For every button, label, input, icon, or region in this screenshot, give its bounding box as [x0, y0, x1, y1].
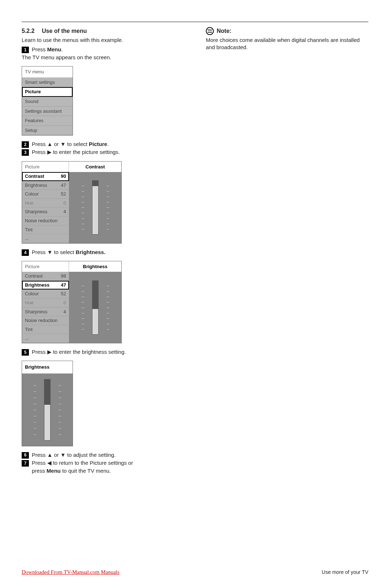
settings-row: Sharpness4: [22, 308, 69, 317]
note-icon: [206, 27, 214, 35]
section-number: 5.2.2: [22, 28, 35, 34]
settings-row: Colour52: [22, 190, 69, 199]
settings-row: ...: [22, 234, 69, 243]
settings-row: Hue0: [22, 299, 69, 308]
tv-menu-item: Smart settings: [22, 78, 73, 87]
settings-row-selected: Brightness47: [22, 281, 69, 290]
settings-right-title: Brightness: [69, 261, 121, 272]
settings-list: Contrast90 Brightness47 Colour52 Hue0 Sh…: [22, 172, 69, 243]
gauge: [36, 379, 58, 441]
tv-menu-item: Features: [22, 116, 73, 126]
step-6: 6 Press ▲ or ▼ to adjust the setting.: [22, 451, 191, 459]
footer-tagline: Use more of your TV: [322, 569, 368, 576]
settings-left-title: Picture: [22, 162, 69, 172]
gauge-panel: [69, 172, 121, 243]
step-badge: 1: [22, 47, 29, 53]
step-badge: 2: [22, 141, 29, 148]
settings-row-selected: Contrast90: [22, 172, 69, 181]
gauge: [84, 280, 106, 335]
step-badge: 7: [22, 460, 29, 467]
step-2: 2 Press ▲ or ▼ to select Picture.: [22, 141, 191, 148]
settings-row: Colour52: [22, 289, 69, 299]
note-body: More choices come available when digital…: [206, 37, 368, 51]
step-7: 7 Press ◀ to return to the Picture setti…: [22, 459, 191, 467]
step-badge: 3: [22, 149, 29, 156]
section-title-text: Use of the menu: [42, 28, 87, 34]
settings-row: Noise reduction: [22, 316, 69, 325]
step-text: Press Menu.: [32, 46, 191, 53]
settings-row: Sharpness4: [22, 207, 69, 216]
step-text: Press ▲ or ▼ to select Picture.: [32, 141, 191, 148]
settings-list: Contrast98 Brightness47 Colour52 Hue0 Sh…: [22, 272, 69, 343]
settings-row: ...: [22, 334, 69, 343]
step-badge: 6: [22, 452, 29, 459]
download-link[interactable]: Downloaded From TV-Manual.com Manuals: [22, 568, 120, 576]
step-1-followup: The TV menu appears on the screen.: [22, 54, 191, 61]
step-badge: 5: [22, 349, 29, 356]
settings-left-title: Picture: [22, 261, 69, 272]
settings-row: Tint: [22, 226, 69, 235]
section-heading: 5.2.2 Use of the menu: [22, 27, 191, 35]
settings-row: Hue0: [22, 199, 69, 208]
step-1: 1 Press Menu.: [22, 46, 191, 53]
step-text: Press ◀ to return to the Picture setting…: [32, 459, 191, 467]
tv-menu-item: Setup: [22, 126, 73, 136]
step-text: Press ▶ to enter the picture settings.: [32, 149, 191, 156]
tv-menu-item-selected: Picture: [22, 87, 73, 97]
tv-menu-title: TV menu: [22, 66, 73, 78]
step-text: Press ▶ to enter the brightness setting.: [32, 348, 191, 356]
tv-menu-box: TV menu Smart settings Picture Sound Set…: [22, 66, 73, 136]
intro-text: Learn to use the menus with this example…: [22, 37, 191, 44]
step-4: 4 Press ▼ to select Brightness.: [22, 249, 191, 256]
step-text: Press ▼ to select Brightness.: [32, 249, 191, 256]
note-heading: Note:: [206, 27, 368, 35]
settings-row: Tint: [22, 325, 69, 334]
settings-row: Noise reduction: [22, 216, 69, 226]
brightness-title: Brightness: [22, 361, 73, 374]
step-7-cont: press Menu to quit the TV menu.: [32, 467, 191, 475]
picture-brightness-box: Picture Brightness Contrast98 Brightness…: [22, 261, 122, 343]
tv-menu-item: Settings assistant: [22, 107, 73, 116]
tv-menu-item: Sound: [22, 97, 73, 107]
settings-row: Brightness47: [22, 181, 69, 190]
gauge-panel: [69, 272, 121, 343]
settings-row: Contrast98: [22, 272, 69, 281]
picture-contrast-box: Picture Contrast Contrast90 Brightness47…: [22, 161, 122, 244]
brightness-only-box: Brightness: [22, 361, 73, 446]
gauge: [84, 180, 106, 235]
step-3: 3 Press ▶ to enter the picture settings.: [22, 149, 191, 156]
step-text: Press ▲ or ▼ to adjust the setting.: [32, 451, 191, 459]
step-badge: 4: [22, 249, 29, 256]
step-5: 5 Press ▶ to enter the brightness settin…: [22, 348, 191, 356]
settings-right-title: Contrast: [69, 162, 121, 172]
